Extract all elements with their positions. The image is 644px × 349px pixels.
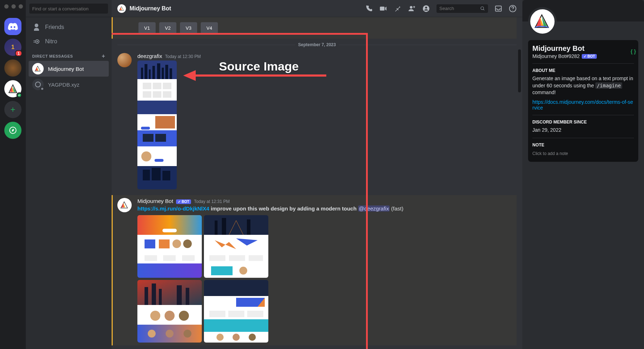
svg-point-80 (166, 330, 174, 338)
add-friends-icon[interactable] (408, 5, 416, 13)
svg-rect-64 (145, 255, 157, 261)
result-image-2[interactable] (204, 215, 268, 278)
svg-rect-52 (162, 171, 170, 180)
result-image-3[interactable] (137, 280, 202, 343)
svg-rect-96 (204, 280, 268, 296)
svg-rect-37 (153, 91, 161, 98)
note-field[interactable]: Click to add a note (532, 150, 634, 157)
svg-rect-29 (162, 68, 164, 79)
profile-card: Midjourney Bot Midjourney Bot#9282 ✓ BOT… (528, 40, 638, 162)
friends-icon (32, 23, 41, 31)
docs-link[interactable]: https://docs.midjourney.com/docs/terms-o… (532, 99, 634, 111)
uploaded-image[interactable] (137, 60, 177, 189)
user-avatar[interactable] (117, 53, 132, 67)
variant-v4[interactable]: V4 (201, 22, 218, 34)
voice-call-icon[interactable] (365, 5, 373, 13)
pinned-icon[interactable] (394, 5, 401, 13)
server-badge: 1 (15, 50, 22, 57)
dm-midjourney[interactable]: Midjourney Bot (29, 61, 109, 77)
explore-button[interactable] (4, 122, 21, 139)
svg-rect-57 (162, 229, 177, 232)
bot-avatar[interactable] (117, 198, 132, 212)
svg-rect-67 (137, 263, 202, 278)
svg-rect-82 (204, 215, 268, 235)
svg-point-61 (172, 239, 181, 248)
svg-point-7 (36, 41, 38, 42)
svg-rect-70 (152, 283, 156, 305)
main-header: Midjourney Bot (112, 0, 522, 17)
imagine-command: /imagine (595, 82, 622, 89)
discord-home-button[interactable] (4, 18, 21, 35)
svg-rect-73 (186, 288, 189, 305)
dev-badge[interactable]: { } (628, 47, 638, 57)
user-mention[interactable]: @deezgrafix (358, 205, 390, 212)
message-author[interactable]: deezgrafix (137, 53, 162, 59)
svg-rect-102 (228, 311, 244, 317)
svg-point-77 (179, 311, 189, 321)
svg-point-107 (233, 334, 240, 341)
svg-rect-103 (247, 311, 263, 317)
bot-time: Today at 12:31 PM (194, 199, 230, 204)
user-profile-icon[interactable] (422, 5, 430, 13)
svg-rect-25 (145, 64, 147, 79)
svg-rect-65 (163, 255, 176, 261)
result-image-1[interactable] (137, 215, 202, 278)
svg-rect-48 (155, 159, 164, 162)
main-area: Midjourney Bot V1 V2 V3 (112, 0, 522, 349)
svg-rect-27 (152, 66, 155, 79)
app-root: 1 1 + Friends Nitro (0, 0, 644, 349)
inbox-icon[interactable] (494, 5, 502, 13)
bot-author[interactable]: Midjourney Bot (137, 198, 173, 204)
add-server-button[interactable]: + (4, 101, 21, 118)
dm-avatar-yagpdb (32, 79, 44, 90)
svg-rect-45 (155, 134, 166, 142)
message-user: deezgrafix Today at 12:30 PM (117, 52, 517, 191)
svg-rect-66 (182, 255, 195, 261)
svg-rect-60 (159, 239, 170, 248)
prompt-link[interactable]: https://s.mj.run/o-dDkjkNlX4 (137, 205, 209, 212)
nitro-nav[interactable]: Nitro (29, 34, 109, 49)
friends-nav[interactable]: Friends (29, 20, 109, 34)
svg-rect-101 (209, 311, 225, 317)
server-item-2[interactable] (4, 59, 21, 77)
server-item-3[interactable] (4, 80, 21, 97)
result-grid (137, 215, 517, 343)
server-item-1[interactable]: 1 1 (4, 39, 21, 56)
search-icon (480, 6, 485, 11)
friends-label: Friends (45, 24, 64, 30)
scrollbar[interactable] (518, 49, 521, 92)
svg-point-79 (148, 330, 156, 338)
svg-rect-50 (143, 170, 150, 180)
create-dm-button[interactable]: + (102, 53, 105, 59)
dm-search-container (26, 0, 112, 17)
profile-avatar[interactable] (528, 7, 557, 36)
header-search[interactable] (436, 4, 488, 13)
result-image-4[interactable] (204, 280, 268, 343)
variant-v2[interactable]: V2 (159, 22, 176, 34)
svg-rect-42 (141, 127, 150, 130)
message-list[interactable]: V1 V2 V3 V4 September 7, 2023 deezgrafix… (112, 17, 522, 349)
dm-search-input[interactable] (29, 4, 108, 14)
minimize-window[interactable] (11, 4, 16, 9)
svg-rect-24 (141, 68, 143, 79)
header-search-input[interactable] (439, 6, 477, 11)
variant-v3[interactable]: V3 (180, 22, 197, 34)
variant-v1[interactable]: V1 (138, 22, 156, 34)
help-icon[interactable] (509, 5, 517, 13)
server-list: 1 1 + (0, 0, 26, 349)
prompt-text: improve upon this web design by adding a… (209, 205, 358, 212)
maximize-window[interactable] (19, 4, 23, 9)
close-window[interactable] (4, 4, 9, 9)
channel-list: Friends Nitro DIRECT MESSAGES + Midjourn… (26, 0, 112, 349)
svg-rect-104 (204, 319, 268, 332)
svg-point-16 (410, 6, 413, 8)
dm-yagpdb[interactable]: YAGPDB.xyz (29, 77, 109, 92)
video-call-icon[interactable] (379, 5, 387, 13)
svg-rect-26 (149, 69, 151, 79)
dm-header-label: DIRECT MESSAGES (32, 54, 73, 58)
prompt-suffix: (fast) (390, 205, 403, 212)
header-actions (365, 4, 517, 13)
bot-tag: ✓ BOT (176, 199, 191, 204)
svg-rect-41 (155, 116, 175, 129)
svg-rect-92 (249, 255, 263, 261)
